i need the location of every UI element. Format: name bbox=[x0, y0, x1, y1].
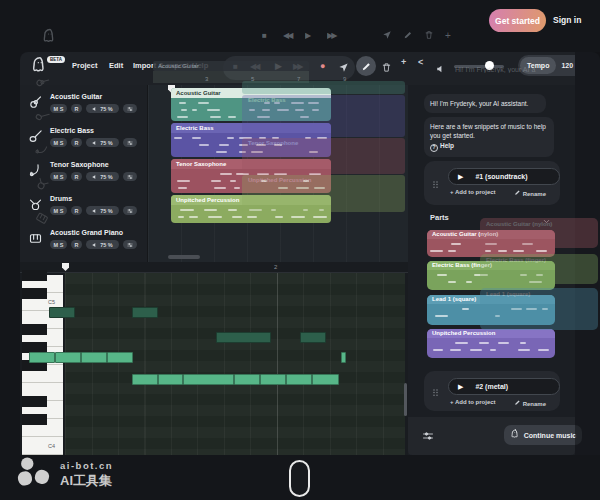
track-automation-button[interactable] bbox=[123, 138, 137, 147]
record-button[interactable]: ● bbox=[320, 61, 325, 71]
add-icon[interactable]: + bbox=[401, 57, 406, 67]
arrangement-clip[interactable]: Tenor Saxophone bbox=[171, 159, 331, 193]
track-automation-button[interactable] bbox=[123, 206, 137, 215]
arrangement-area[interactable]: Acoustic GuitarElectric BassTenor Saxoph… bbox=[148, 85, 408, 262]
part-header: Electric Bass (finger) bbox=[427, 261, 555, 270]
track-volume-control[interactable]: 75 % bbox=[86, 172, 119, 181]
playhead-marker[interactable] bbox=[62, 263, 69, 271]
part-clip[interactable]: Acoustic Guitar (nylon) bbox=[427, 230, 555, 257]
part-clip[interactable]: Electric Bass (finger) bbox=[427, 261, 555, 290]
track-volume-control[interactable]: 75 % bbox=[86, 240, 119, 249]
help-link[interactable]: ?Help bbox=[430, 142, 454, 149]
clip-note-dash bbox=[291, 102, 303, 104]
track-automation-button[interactable] bbox=[123, 172, 137, 181]
stop-button[interactable]: ■ bbox=[233, 62, 238, 71]
drag-handle-icon[interactable] bbox=[431, 175, 440, 193]
midi-note[interactable] bbox=[341, 352, 346, 363]
midi-note[interactable] bbox=[312, 374, 339, 385]
midi-note-dim[interactable] bbox=[300, 332, 326, 343]
snippet-1-play-button[interactable]: ▶ #1 (soundtrack) bbox=[448, 168, 560, 185]
record-arm-button[interactable]: R bbox=[71, 104, 82, 113]
midi-note[interactable] bbox=[81, 352, 107, 363]
mute-solo-button[interactable]: M S bbox=[50, 172, 67, 181]
volume-slider-knob[interactable] bbox=[485, 61, 494, 70]
snippet-2-play-button[interactable]: ▶ #2 (metal) bbox=[448, 378, 560, 395]
add-to-project-button[interactable]: + Add to project bbox=[450, 399, 496, 405]
clip-note-dash bbox=[199, 144, 208, 146]
midi-note[interactable] bbox=[158, 374, 183, 385]
black-key[interactable] bbox=[22, 288, 47, 299]
track-automation-button[interactable] bbox=[123, 104, 137, 113]
parts-section-label: Parts bbox=[430, 213, 449, 222]
settings-sliders-icon[interactable] bbox=[422, 428, 434, 446]
mute-solo-button[interactable]: M S bbox=[50, 206, 67, 215]
midi-note[interactable] bbox=[234, 374, 260, 385]
white-key[interactable]: C4 bbox=[22, 437, 63, 455]
arrangement-clip[interactable]: Acoustic Guitar bbox=[171, 88, 331, 121]
track-automation-button[interactable] bbox=[123, 240, 137, 249]
rename-button[interactable]: Rename bbox=[514, 189, 546, 197]
black-key[interactable] bbox=[22, 270, 47, 281]
speaker-icon[interactable] bbox=[436, 60, 446, 78]
tempo-control[interactable]: Tempo 120 BPM bbox=[518, 55, 575, 76]
menu-project[interactable]: Project bbox=[72, 61, 97, 70]
fast-forward-button[interactable]: ▶▶ bbox=[293, 62, 301, 71]
volume-slider[interactable] bbox=[454, 65, 504, 68]
mute-solo-button[interactable]: M S bbox=[50, 138, 67, 147]
midi-note[interactable] bbox=[132, 374, 158, 385]
beta-badge: BETA bbox=[47, 56, 65, 63]
get-started-button[interactable]: Get started bbox=[489, 9, 546, 32]
midi-note-dim[interactable] bbox=[49, 307, 75, 318]
midi-note[interactable] bbox=[260, 374, 286, 385]
add-to-project-button[interactable]: + Add to project bbox=[450, 189, 496, 195]
chevron-down-icon[interactable] bbox=[542, 212, 551, 230]
black-key[interactable] bbox=[22, 342, 47, 353]
track-name: Electric Bass bbox=[50, 127, 94, 134]
record-arm-button[interactable]: R bbox=[71, 138, 82, 147]
mute-solo-button[interactable]: M S bbox=[50, 240, 67, 249]
black-key[interactable] bbox=[22, 414, 47, 425]
play-button[interactable]: ▶ bbox=[275, 61, 282, 71]
record-arm-button[interactable]: R bbox=[71, 206, 82, 215]
clip-name: Tenor Saxophone bbox=[176, 161, 226, 167]
track-row[interactable]: Acoustic Grand PianoM SR75 % bbox=[20, 223, 148, 256]
part-clip[interactable]: Unpitched Percussion bbox=[427, 329, 555, 358]
menu-import-export[interactable]: Import & export bbox=[133, 61, 189, 70]
arrangement-clip[interactable]: Unpitched Percussion bbox=[171, 195, 331, 223]
rewind-button[interactable]: ◀◀ bbox=[250, 62, 258, 71]
black-key[interactable] bbox=[22, 324, 47, 335]
continue-music-button[interactable]: Continue music bbox=[504, 425, 582, 445]
track-volume-control[interactable]: 75 % bbox=[86, 206, 119, 215]
midi-note[interactable] bbox=[29, 352, 55, 363]
horizontal-scrollbar[interactable] bbox=[168, 255, 200, 259]
share-icon[interactable]: < bbox=[418, 57, 423, 67]
note-grid[interactable] bbox=[65, 273, 405, 455]
mute-solo-button[interactable]: M S bbox=[50, 104, 67, 113]
assistant-greeting-bubble: Hi! I'm Fryderyk, your AI assistant. bbox=[424, 94, 546, 113]
piano-roll-ruler[interactable]: 2 bbox=[20, 262, 408, 273]
track-volume-control[interactable]: 75 % bbox=[86, 138, 119, 147]
menu-edit[interactable]: Edit bbox=[109, 61, 123, 70]
pencil-tool-button[interactable] bbox=[356, 56, 376, 76]
fryderyk-logo-icon bbox=[510, 429, 521, 441]
midi-note-dim[interactable] bbox=[132, 307, 158, 318]
vertical-scrollbar[interactable] bbox=[404, 383, 407, 416]
drag-handle-icon[interactable] bbox=[431, 383, 440, 401]
black-key[interactable] bbox=[22, 396, 47, 407]
piano-keys[interactable]: C5C4 bbox=[22, 275, 63, 455]
arrangement-clip[interactable]: Electric Bass bbox=[171, 123, 331, 157]
sign-in-button[interactable]: Sign in bbox=[553, 15, 581, 25]
track-volume-control[interactable]: 75 % bbox=[86, 104, 119, 113]
rename-button[interactable]: Rename bbox=[514, 399, 546, 407]
part-clip[interactable]: Lead 1 (square) bbox=[427, 295, 555, 325]
midi-note[interactable] bbox=[55, 352, 81, 363]
midi-note[interactable] bbox=[183, 374, 234, 385]
midi-note[interactable] bbox=[107, 352, 133, 363]
record-arm-button[interactable]: R bbox=[71, 240, 82, 249]
midi-note[interactable] bbox=[286, 374, 312, 385]
pointer-icon[interactable] bbox=[338, 59, 349, 77]
trash-icon[interactable] bbox=[381, 59, 392, 77]
record-arm-button[interactable]: R bbox=[71, 172, 82, 181]
menu-help[interactable]: Help bbox=[192, 61, 208, 70]
midi-note-dim[interactable] bbox=[216, 332, 271, 343]
